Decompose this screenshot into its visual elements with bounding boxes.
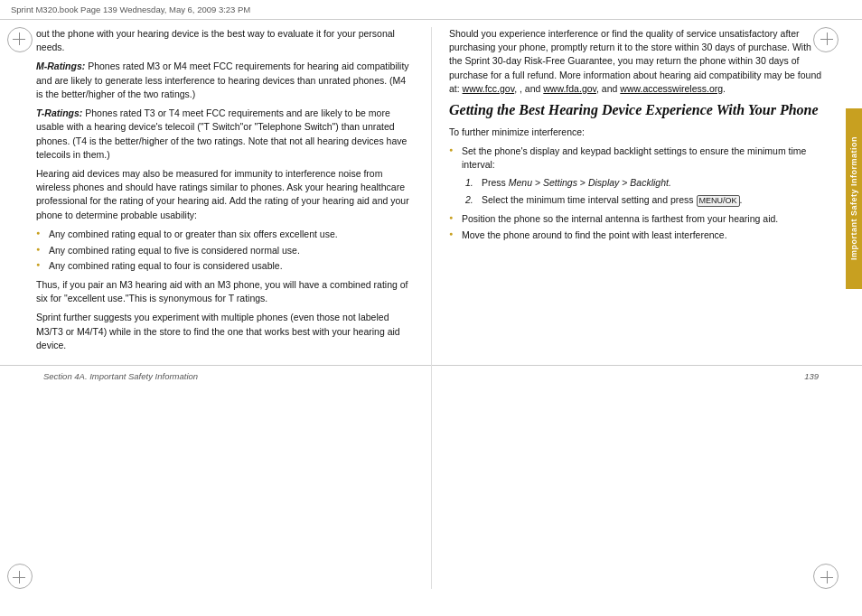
step1-menu: Menu: [509, 177, 532, 188]
t-ratings-para: T-Ratings: Phones rated T3 or T4 meet FC…: [36, 107, 413, 162]
side-tab: Important Safety Information: [846, 108, 862, 289]
m-ratings-text: Phones rated M3 or M4 meet FCC requireme…: [36, 61, 409, 98]
numbered-steps: 1. Press Menu > Settings > Display > Bac…: [465, 176, 826, 206]
hearing-aid-text: Hearing aid devices may also be measured…: [36, 167, 413, 222]
t-ratings-text: Phones rated T3 or T4 meet FCC requireme…: [36, 107, 407, 160]
side-tab-label: Important Safety Information: [849, 136, 858, 260]
link-fda[interactable]: www.fda.gov: [543, 83, 596, 94]
step-1: 1. Press Menu > Settings > Display > Bac…: [465, 176, 826, 190]
step1-backlight: Backlight.: [630, 177, 671, 188]
sprint-text: Sprint further suggests you experiment w…: [36, 311, 413, 352]
header-text: Sprint M320.book Page 139 Wednesday, May…: [11, 5, 250, 14]
crosshair-bl: [13, 571, 25, 583]
thus-text: Thus, if you pair an M3 hearing aid with…: [36, 278, 413, 305]
right-bullet-move: Move the phone around to find the point …: [449, 229, 826, 242]
footer-right: 139: [804, 371, 819, 381]
step1-display: Display: [588, 177, 619, 188]
right-column: Should you experience interference or fi…: [440, 27, 826, 358]
step2-text: Select the minimum time interval setting…: [482, 194, 697, 205]
right-intro: Should you experience interference or fi…: [449, 27, 826, 96]
intro-text: out the phone with your hearing device i…: [36, 27, 413, 54]
crosshair-tr: [820, 33, 833, 45]
left-bullet-3: Any combined rating equal to four is con…: [36, 259, 413, 273]
left-bullet-list: Any combined rating equal to or greater …: [36, 228, 413, 273]
section-heading: Getting the Best Hearing Device Experien…: [449, 101, 826, 120]
left-bullet-1: Any combined rating equal to or greater …: [36, 228, 413, 241]
m-ratings-label: M-Ratings:: [36, 61, 85, 71]
left-bullet-2: Any combined rating equal to five is con…: [36, 244, 413, 257]
crosshair-tl: [13, 33, 25, 45]
step-2: 2. Select the minimum time interval sett…: [465, 193, 826, 207]
right-bullet-1: Set the phone's display and keypad backl…: [449, 145, 826, 171]
content-area: out the phone with your hearing device i…: [0, 20, 862, 365]
to-further-text: To further minimize interference:: [449, 126, 826, 139]
m-ratings-para: M-Ratings: Phones rated M3 or M4 meet FC…: [36, 60, 413, 101]
step1-settings: Settings: [543, 177, 577, 188]
right-bullet-position: Position the phone so the internal anten…: [449, 212, 826, 226]
t-ratings-label: T-Ratings:: [36, 107, 82, 118]
right-bullet-list-1: Set the phone's display and keypad backl…: [449, 145, 826, 171]
link-fcc[interactable]: www.fcc.gov: [463, 83, 515, 94]
menu-key: MENU/OK: [697, 195, 740, 207]
header-bar: Sprint M320.book Page 139 Wednesday, May…: [0, 0, 862, 20]
footer-left: Section 4A. Important Safety Information: [43, 371, 198, 381]
right-bullet-list-2: Position the phone so the internal anten…: [449, 212, 826, 241]
link-accesswireless[interactable]: www.accesswireless.org: [620, 83, 723, 94]
steps-block: 1. Press Menu > Settings > Display > Bac…: [465, 176, 826, 206]
left-column: out the phone with your hearing device i…: [36, 27, 422, 358]
crosshair-br: [820, 571, 833, 583]
